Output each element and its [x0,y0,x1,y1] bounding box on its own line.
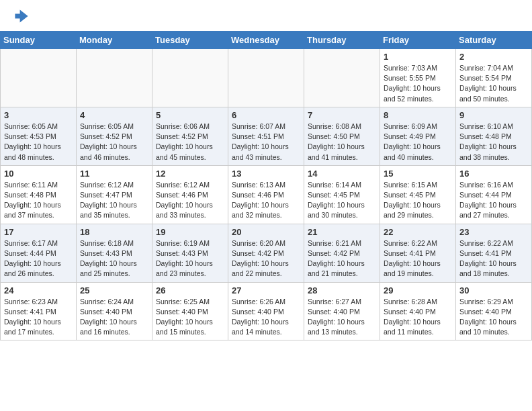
calendar-day [77,49,152,107]
day-number: 27 [232,285,300,295]
day-number: 18 [80,227,148,237]
calendar-week-3: 10Sunrise: 6:11 AMSunset: 4:48 PMDayligh… [1,165,532,224]
day-info: Sunrise: 6:27 AMSunset: 4:40 PMDaylight:… [308,297,376,338]
day-number: 5 [156,110,224,120]
day-info: Sunrise: 6:06 AMSunset: 4:52 PMDaylight:… [156,122,224,163]
day-info: Sunrise: 6:07 AMSunset: 4:51 PMDaylight:… [232,122,300,163]
day-number: 25 [80,285,148,295]
day-info: Sunrise: 6:16 AMSunset: 4:44 PMDaylight:… [459,180,528,221]
day-number: 7 [308,110,376,120]
calendar-header-row: SundayMondayTuesdayWednesdayThursdayFrid… [1,32,532,49]
calendar-week-2: 3Sunrise: 6:05 AMSunset: 4:53 PMDaylight… [1,107,532,165]
weekday-header-friday: Friday [380,32,456,49]
day-number: 29 [384,285,452,295]
day-info: Sunrise: 6:19 AMSunset: 4:43 PMDaylight:… [156,238,224,279]
day-info: Sunrise: 6:09 AMSunset: 4:49 PMDaylight:… [384,122,452,163]
calendar-day [1,49,77,107]
day-info: Sunrise: 6:15 AMSunset: 4:45 PMDaylight:… [384,180,452,221]
calendar-day: 29Sunrise: 6:28 AMSunset: 4:40 PMDayligh… [380,282,456,340]
calendar-body: 1Sunrise: 7:03 AMSunset: 5:55 PMDaylight… [1,49,532,340]
calendar-day: 13Sunrise: 6:13 AMSunset: 4:46 PMDayligh… [228,165,304,224]
calendar-day: 17Sunrise: 6:17 AMSunset: 4:44 PMDayligh… [1,224,77,282]
day-number: 3 [4,110,73,120]
day-number: 15 [384,169,452,179]
day-number: 2 [459,52,528,62]
day-number: 11 [80,169,148,179]
calendar-week-4: 17Sunrise: 6:17 AMSunset: 4:44 PMDayligh… [1,224,532,282]
day-info: Sunrise: 6:26 AMSunset: 4:40 PMDaylight:… [232,297,300,338]
calendar-day: 2Sunrise: 7:04 AMSunset: 5:54 PMDaylight… [456,49,532,107]
weekday-header-thursday: Thursday [304,32,380,49]
calendar-day: 12Sunrise: 6:12 AMSunset: 4:46 PMDayligh… [152,165,228,224]
day-number: 20 [232,227,300,237]
day-number: 12 [156,169,224,179]
day-number: 22 [384,227,452,237]
day-number: 23 [459,227,528,237]
calendar-day: 8Sunrise: 6:09 AMSunset: 4:49 PMDaylight… [380,107,456,165]
calendar-day: 30Sunrise: 6:29 AMSunset: 4:40 PMDayligh… [456,282,532,340]
day-info: Sunrise: 7:04 AMSunset: 5:54 PMDaylight:… [459,63,528,104]
day-number: 30 [459,285,528,295]
day-number: 16 [459,169,528,179]
day-info: Sunrise: 6:29 AMSunset: 4:40 PMDaylight:… [459,297,528,338]
day-number: 19 [156,227,224,237]
day-number: 21 [308,227,376,237]
calendar-day: 16Sunrise: 6:16 AMSunset: 4:44 PMDayligh… [456,165,532,224]
day-info: Sunrise: 6:13 AMSunset: 4:46 PMDaylight:… [232,180,300,221]
day-number: 14 [308,169,376,179]
day-info: Sunrise: 6:28 AMSunset: 4:40 PMDaylight:… [384,297,452,338]
day-number: 10 [4,169,73,179]
day-number: 1 [384,52,452,62]
logo-icon [13,8,30,24]
calendar-week-5: 24Sunrise: 6:23 AMSunset: 4:41 PMDayligh… [1,282,532,340]
calendar-day: 1Sunrise: 7:03 AMSunset: 5:55 PMDaylight… [380,49,456,107]
calendar-day: 11Sunrise: 6:12 AMSunset: 4:47 PMDayligh… [77,165,152,224]
day-info: Sunrise: 6:22 AMSunset: 4:41 PMDaylight:… [459,238,528,279]
calendar-day: 10Sunrise: 6:11 AMSunset: 4:48 PMDayligh… [1,165,77,224]
calendar-day: 4Sunrise: 6:05 AMSunset: 4:52 PMDaylight… [77,107,152,165]
day-info: Sunrise: 6:14 AMSunset: 4:45 PMDaylight:… [308,180,376,221]
day-number: 6 [232,110,300,120]
day-number: 13 [232,169,300,179]
svg-marker-0 [15,9,28,22]
calendar-day: 26Sunrise: 6:25 AMSunset: 4:40 PMDayligh… [152,282,228,340]
day-info: Sunrise: 6:05 AMSunset: 4:53 PMDaylight:… [4,122,73,163]
calendar-table: SundayMondayTuesdayWednesdayThursdayFrid… [0,31,532,340]
day-info: Sunrise: 6:23 AMSunset: 4:41 PMDaylight:… [4,297,73,338]
day-number: 24 [4,285,73,295]
calendar-day: 18Sunrise: 6:18 AMSunset: 4:43 PMDayligh… [77,224,152,282]
calendar-day [304,49,380,107]
day-info: Sunrise: 6:08 AMSunset: 4:50 PMDaylight:… [308,122,376,163]
day-info: Sunrise: 6:20 AMSunset: 4:42 PMDaylight:… [232,238,300,279]
day-info: Sunrise: 6:12 AMSunset: 4:46 PMDaylight:… [156,180,224,221]
calendar-day: 20Sunrise: 6:20 AMSunset: 4:42 PMDayligh… [228,224,304,282]
calendar-day [152,49,228,107]
calendar-day: 24Sunrise: 6:23 AMSunset: 4:41 PMDayligh… [1,282,77,340]
logo [12,8,32,27]
weekday-header-sunday: Sunday [1,32,77,49]
weekday-header-monday: Monday [77,32,152,49]
calendar-day: 14Sunrise: 6:14 AMSunset: 4:45 PMDayligh… [304,165,380,224]
day-info: Sunrise: 6:05 AMSunset: 4:52 PMDaylight:… [80,122,148,163]
calendar-day: 22Sunrise: 6:22 AMSunset: 4:41 PMDayligh… [380,224,456,282]
day-info: Sunrise: 6:18 AMSunset: 4:43 PMDaylight:… [80,238,148,279]
calendar-day: 19Sunrise: 6:19 AMSunset: 4:43 PMDayligh… [152,224,228,282]
calendar-day: 23Sunrise: 6:22 AMSunset: 4:41 PMDayligh… [456,224,532,282]
calendar-day: 9Sunrise: 6:10 AMSunset: 4:48 PMDaylight… [456,107,532,165]
day-info: Sunrise: 6:22 AMSunset: 4:41 PMDaylight:… [384,238,452,279]
calendar-day: 5Sunrise: 6:06 AMSunset: 4:52 PMDaylight… [152,107,228,165]
calendar-week-1: 1Sunrise: 7:03 AMSunset: 5:55 PMDaylight… [1,49,532,107]
day-info: Sunrise: 7:03 AMSunset: 5:55 PMDaylight:… [384,63,452,104]
day-info: Sunrise: 6:11 AMSunset: 4:48 PMDaylight:… [4,180,73,221]
calendar-day: 15Sunrise: 6:15 AMSunset: 4:45 PMDayligh… [380,165,456,224]
weekday-header-wednesday: Wednesday [228,32,304,49]
day-info: Sunrise: 6:21 AMSunset: 4:42 PMDaylight:… [308,238,376,279]
day-number: 17 [4,227,73,237]
day-number: 4 [80,110,148,120]
calendar-day: 27Sunrise: 6:26 AMSunset: 4:40 PMDayligh… [228,282,304,340]
day-number: 26 [156,285,224,295]
calendar-day: 28Sunrise: 6:27 AMSunset: 4:40 PMDayligh… [304,282,380,340]
day-number: 28 [308,285,376,295]
calendar-day: 3Sunrise: 6:05 AMSunset: 4:53 PMDaylight… [1,107,77,165]
weekday-header-saturday: Saturday [456,32,532,49]
